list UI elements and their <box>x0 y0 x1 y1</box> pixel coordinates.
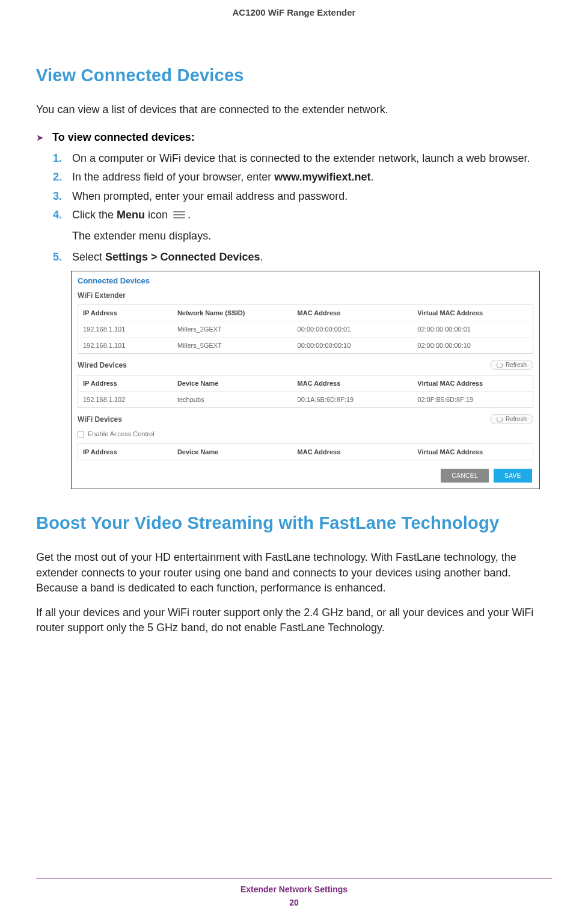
step-number: 1. <box>53 151 66 166</box>
step-number: 5. <box>53 250 66 265</box>
step-4-bold: Menu <box>117 209 145 221</box>
step-2-text: In the address field of your browser, en… <box>72 170 552 185</box>
step-5-text: Select Settings > Connected Devices. <box>72 250 552 265</box>
page-header-title: AC1200 WiF Range Extender <box>36 0 552 42</box>
table-row: 192.168.1.101 Millers_2GEXT 00:00:00:00:… <box>78 321 533 338</box>
wifi-devices-label: WiFi Devices <box>78 415 122 424</box>
cell-devname: techpubs <box>173 392 293 407</box>
wired-devices-table: IP Address Device Name MAC Address Virtu… <box>78 375 533 408</box>
col-ip: IP Address <box>78 444 173 460</box>
panel-title: Connected Devices <box>72 271 539 288</box>
cell-vmac: 02:00:00:00:00:01 <box>412 321 533 338</box>
page-footer: Extender Network Settings 20 <box>36 878 552 907</box>
table-header-row: IP Address Device Name MAC Address Virtu… <box>78 375 533 392</box>
cell-ip: 192.168.1.101 <box>78 321 173 338</box>
col-ip: IP Address <box>78 375 173 392</box>
cell-vmac: 02:0F:B5:6D:8F:19 <box>412 392 533 407</box>
col-ssid: Network Name (SSID) <box>173 305 293 321</box>
footer-page-number: 20 <box>36 898 552 907</box>
col-vmac: Virtual MAC Address <box>412 305 533 321</box>
refresh-label: Refresh <box>506 416 527 422</box>
step-2-post: . <box>371 171 374 183</box>
step-2-url: www.mywifiext.net <box>274 171 370 183</box>
fastlane-paragraph-2: If all your devices and your WiFi router… <box>36 605 552 635</box>
cell-ssid: Millers_2GEXT <box>173 321 293 338</box>
connected-devices-panel: Connected Devices WiFi Extender IP Addre… <box>71 271 540 489</box>
refresh-button[interactable]: Refresh <box>490 414 533 424</box>
wired-devices-label: Wired Devices <box>78 361 127 369</box>
table-row: 192.168.1.101 Millers_5GEXT 00:00:00:00:… <box>78 338 533 353</box>
col-mac: MAC Address <box>293 305 413 321</box>
step-4-mid: icon <box>145 209 171 221</box>
step-2-pre: In the address field of your browser, en… <box>72 171 274 183</box>
hamburger-menu-icon <box>173 211 185 219</box>
cell-ip: 192.168.1.101 <box>78 338 173 353</box>
step-5-post: . <box>260 251 263 263</box>
cell-mac: 00:00:00:00:00:10 <box>293 338 413 353</box>
procedure-arrow-icon: ➤ <box>36 133 44 142</box>
col-vmac: Virtual MAC Address <box>412 444 533 460</box>
procedure-heading: To view connected devices: <box>52 131 195 144</box>
save-button[interactable]: SAVE <box>494 469 532 483</box>
step-1-text: On a computer or WiFi device that is con… <box>72 151 552 166</box>
col-ip: IP Address <box>78 305 173 321</box>
col-devname: Device Name <box>173 444 293 460</box>
section-heading-fastlane: Boost Your Video Streaming with FastLane… <box>36 513 552 533</box>
col-vmac: Virtual MAC Address <box>412 375 533 392</box>
section-heading-view-connected: View Connected Devices <box>36 66 552 85</box>
step-4-text: Click the Menu icon . <box>72 208 552 223</box>
access-control-label: Enable Access Control <box>88 430 155 437</box>
fastlane-paragraph-1: Get the most out of your HD entertainmen… <box>36 550 552 596</box>
cell-mac: 00:1A:6B:6D:8F:19 <box>293 392 413 407</box>
cell-mac: 00:00:00:00:00:01 <box>293 321 413 338</box>
cancel-button[interactable]: CANCEL <box>441 469 489 483</box>
refresh-button[interactable]: Refresh <box>490 360 533 370</box>
refresh-label: Refresh <box>506 362 527 368</box>
step-4-sub: The extender menu displays. <box>72 229 552 244</box>
col-mac: MAC Address <box>293 444 413 460</box>
step-5-path: Settings > Connected Devices <box>105 251 260 263</box>
wifi-extender-label: WiFi Extender <box>78 291 126 300</box>
table-row: 192.168.1.102 techpubs 00:1A:6B:6D:8F:19… <box>78 392 533 407</box>
step-number: 2. <box>53 170 66 185</box>
col-devname: Device Name <box>173 375 293 392</box>
col-mac: MAC Address <box>293 375 413 392</box>
table-header-row: IP Address Network Name (SSID) MAC Addre… <box>78 305 533 321</box>
table-header-row: IP Address Device Name MAC Address Virtu… <box>78 444 533 460</box>
step-4-post: . <box>188 209 191 221</box>
cell-ssid: Millers_5GEXT <box>173 338 293 353</box>
section1-intro: You can view a list of devices that are … <box>36 102 552 117</box>
access-control-checkbox[interactable] <box>78 431 84 437</box>
cell-ip: 192.168.1.102 <box>78 392 173 407</box>
step-5-pre: Select <box>72 251 105 263</box>
footer-section-label: Extender Network Settings <box>36 884 552 894</box>
wifi-extender-table: IP Address Network Name (SSID) MAC Addre… <box>78 304 533 354</box>
cell-vmac: 02:00:00:00:00:10 <box>412 338 533 353</box>
step-number: 4. <box>53 208 66 223</box>
access-control-row: Enable Access Control <box>72 427 539 441</box>
step-3-text: When prompted, enter your email address … <box>72 189 552 204</box>
step-4-pre: Click the <box>72 209 117 221</box>
wifi-devices-table: IP Address Device Name MAC Address Virtu… <box>78 443 533 460</box>
refresh-icon <box>497 362 503 368</box>
refresh-icon <box>497 416 503 422</box>
step-number: 3. <box>53 189 66 204</box>
